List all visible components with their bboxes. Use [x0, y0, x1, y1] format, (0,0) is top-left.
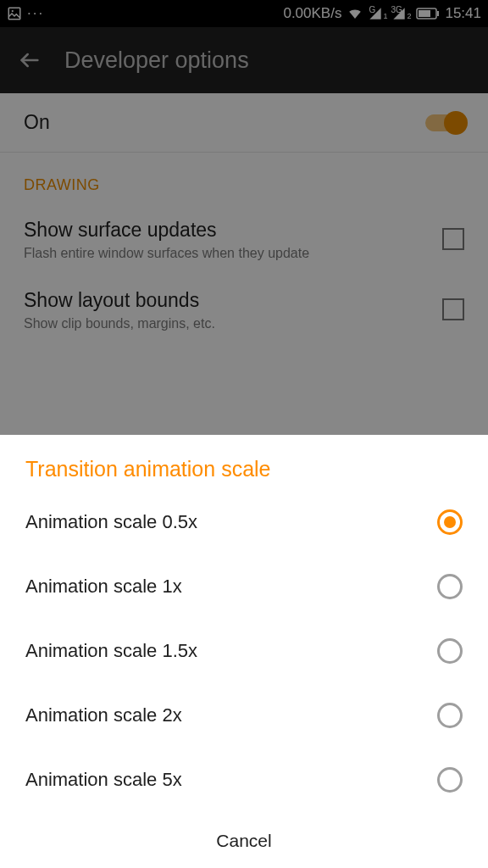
- radio-button[interactable]: [437, 767, 463, 793]
- radio-option-3[interactable]: Animation scale 2x: [0, 683, 488, 748]
- cancel-button[interactable]: Cancel: [0, 812, 488, 868]
- dialog-title: Transition animation scale: [0, 457, 488, 490]
- radio-label: Animation scale 0.5x: [25, 511, 197, 533]
- radio-option-2[interactable]: Animation scale 1.5x: [0, 619, 488, 683]
- radio-option-0[interactable]: Animation scale 0.5x: [0, 490, 488, 554]
- radio-option-1[interactable]: Animation scale 1x: [0, 554, 488, 619]
- radio-button[interactable]: [437, 638, 463, 664]
- animation-scale-dialog: Transition animation scale Animation sca…: [0, 435, 488, 868]
- radio-option-4[interactable]: Animation scale 5x: [0, 748, 488, 812]
- radio-button[interactable]: [437, 574, 463, 599]
- radio-button[interactable]: [437, 703, 463, 728]
- radio-label: Animation scale 2x: [25, 704, 182, 726]
- radio-label: Animation scale 1.5x: [25, 640, 197, 662]
- radio-label: Animation scale 5x: [25, 769, 182, 791]
- radio-button[interactable]: [437, 509, 463, 535]
- radio-label: Animation scale 1x: [25, 576, 182, 598]
